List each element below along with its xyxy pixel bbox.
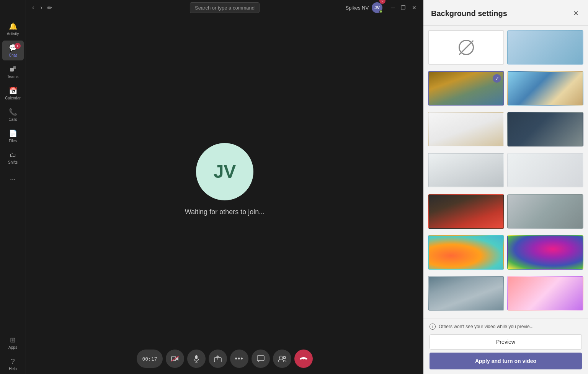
sidebar-item-apps[interactable]: ⊞ Apps xyxy=(2,333,24,353)
calendar-icon: 📅 xyxy=(9,86,17,95)
more-options-ctrl-button[interactable]: ••• xyxy=(230,350,248,368)
video-area: JV Waiting for others to join... xyxy=(26,15,423,343)
background-settings-panel: Background settings ✕ ✓ xyxy=(423,0,588,374)
title-bar: ‹ › ✏ Search or type a command Spikes NV… xyxy=(26,0,423,15)
info-text: Others won't see your video while you pr… xyxy=(439,324,534,329)
user-name: Spikes NV xyxy=(345,5,369,11)
online-status-dot xyxy=(379,10,382,13)
avatar[interactable]: JV xyxy=(372,2,382,13)
participants-button[interactable] xyxy=(273,350,291,368)
svg-rect-3 xyxy=(195,355,198,359)
background-grid: ✓ xyxy=(423,26,588,319)
apply-button[interactable]: Apply and turn on video xyxy=(430,353,582,369)
sidebar-item-apps-label: Apps xyxy=(8,345,17,350)
search-placeholder: Search or type a command xyxy=(195,5,255,11)
avatar-initials: JV xyxy=(214,161,236,182)
main-content: ‹ › ✏ Search or type a command Spikes NV… xyxy=(26,0,423,374)
bg-item-9[interactable] xyxy=(507,194,583,229)
bg-item-10[interactable] xyxy=(428,235,504,270)
minimize-button[interactable]: ─ xyxy=(389,4,397,11)
info-icon: i xyxy=(430,324,436,330)
sidebar-item-chat-label: Chat xyxy=(9,53,17,57)
title-bar-right: Spikes NV JV 9 ─ ❐ ✕ xyxy=(345,2,419,13)
none-icon xyxy=(459,40,474,55)
sidebar-item-files[interactable]: 📄 Files xyxy=(2,126,24,146)
svg-point-9 xyxy=(283,356,286,359)
back-button[interactable]: ‹ xyxy=(31,3,36,13)
close-button[interactable]: ✕ xyxy=(410,4,419,11)
sidebar-item-activity-label: Activity xyxy=(7,32,19,36)
bg-item-8[interactable] xyxy=(428,194,504,229)
bg-item-6[interactable] xyxy=(428,153,504,187)
bg-item-1[interactable] xyxy=(507,30,583,65)
more-options-button[interactable]: ... xyxy=(7,171,19,185)
sidebar-item-help-label: Help xyxy=(9,367,17,371)
help-icon: ? xyxy=(9,357,17,366)
shifts-icon: 🗂 xyxy=(9,151,17,159)
share-button[interactable] xyxy=(209,350,227,368)
bg-panel-header: Background settings ✕ xyxy=(423,0,588,26)
waiting-message: Waiting for others to join... xyxy=(185,208,265,216)
selected-checkmark: ✓ xyxy=(493,74,501,83)
sidebar-item-calls[interactable]: 📞 Calls xyxy=(2,105,24,125)
search-bar[interactable]: Search or type a command xyxy=(190,2,260,13)
sidebar-item-files-label: Files xyxy=(9,139,17,143)
compose-button[interactable]: ✏ xyxy=(47,4,52,11)
svg-point-8 xyxy=(279,356,283,359)
camera-button[interactable] xyxy=(166,350,184,368)
apps-icon: ⊞ xyxy=(9,336,17,344)
mic-button[interactable] xyxy=(187,350,206,368)
sidebar-item-calendar[interactable]: 📅 Calendar xyxy=(2,83,24,103)
sidebar-item-activity[interactable]: 🔔 Activity xyxy=(2,19,24,39)
bg-panel-footer: i Others won't see your video while you … xyxy=(423,319,588,374)
bg-item-12[interactable] xyxy=(428,276,504,311)
nav-controls: ‹ › ✏ xyxy=(31,3,52,13)
close-panel-button[interactable]: ✕ xyxy=(572,8,580,19)
bg-item-13[interactable] xyxy=(507,276,583,311)
bg-item-5[interactable] xyxy=(507,112,583,146)
teams-icon xyxy=(9,65,17,73)
sidebar-item-calendar-label: Calendar xyxy=(5,96,21,100)
window-controls: ─ ❐ ✕ xyxy=(389,4,419,11)
chat-badge: 1 xyxy=(15,43,21,49)
sidebar-item-teams-label: Teams xyxy=(7,75,18,79)
info-row: i Others won't see your video while you … xyxy=(430,324,582,330)
sidebar-item-shifts-label: Shifts xyxy=(8,160,18,164)
svg-rect-1 xyxy=(13,66,16,69)
sidebar: 🔔 Activity 💬 1 Chat Teams 📅 Calendar 📞 C… xyxy=(0,0,26,374)
activity-icon: 🔔 xyxy=(9,22,17,31)
bg-item-3[interactable] xyxy=(507,71,583,106)
calls-icon: 📞 xyxy=(9,108,17,116)
bg-item-2[interactable]: ✓ xyxy=(428,71,504,106)
chat-button[interactable] xyxy=(252,350,270,368)
sidebar-item-calls-label: Calls xyxy=(8,117,17,122)
sidebar-item-shifts[interactable]: 🗂 Shifts xyxy=(2,148,24,167)
bg-item-7[interactable] xyxy=(507,153,583,187)
sidebar-item-chat[interactable]: 💬 1 Chat xyxy=(2,41,24,60)
user-avatar-circle: JV xyxy=(196,143,253,200)
bg-item-11[interactable] xyxy=(507,235,583,270)
bg-none[interactable] xyxy=(428,30,504,65)
forward-button[interactable]: › xyxy=(39,3,44,13)
sidebar-item-help[interactable]: ? Help xyxy=(2,354,24,374)
restore-button[interactable]: ❐ xyxy=(399,4,408,11)
call-timer: 00:17 xyxy=(137,350,162,368)
files-icon: 📄 xyxy=(9,129,17,138)
preview-button[interactable]: Preview xyxy=(430,334,582,350)
controls-bar: 00:17 ••• xyxy=(26,343,423,374)
bg-item-4[interactable] xyxy=(428,112,504,146)
sidebar-item-teams[interactable]: Teams xyxy=(2,62,24,82)
end-call-button[interactable] xyxy=(294,350,313,368)
bg-panel-title: Background settings xyxy=(431,9,507,18)
svg-rect-7 xyxy=(257,356,264,361)
